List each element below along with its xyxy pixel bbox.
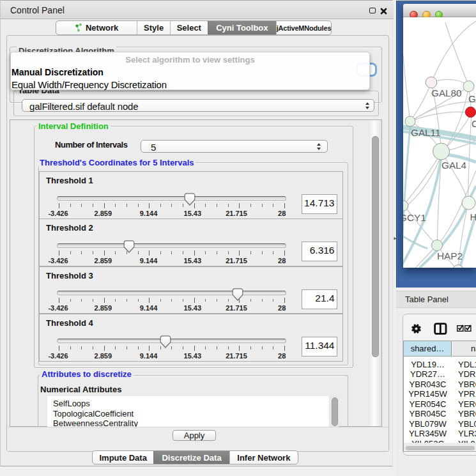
svg-text:GCY1: GCY1 [403,212,426,223]
svg-text:GAL80: GAL80 [431,88,462,98]
svg-text:GAL4: GAL4 [441,160,467,171]
svg-text:GAL11: GAL11 [411,127,441,138]
svg-text:H: H [470,211,476,222]
svg-text:C: C [472,118,476,129]
svg-text:HAP2: HAP2 [437,250,463,261]
svg-text:GA: GA [468,93,476,104]
